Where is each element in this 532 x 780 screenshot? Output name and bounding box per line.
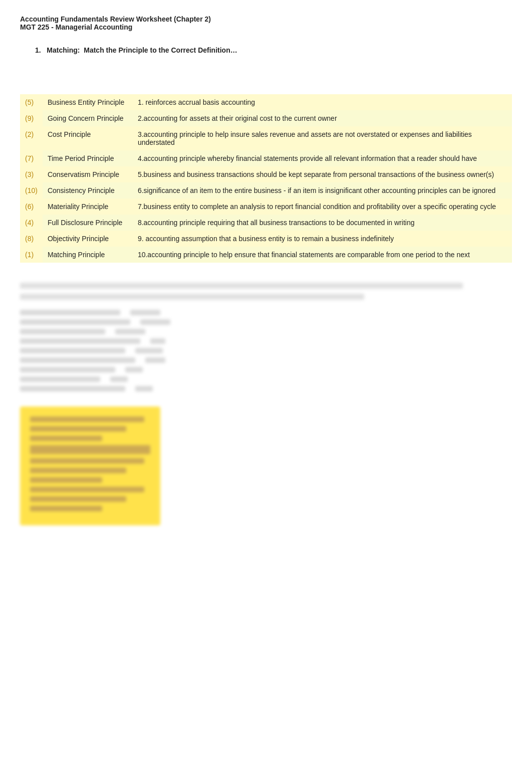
table-row: (10)Consistency Principle6.significance … bbox=[20, 182, 512, 199]
row-number: (1) bbox=[20, 247, 43, 263]
row-number: (7) bbox=[20, 150, 43, 166]
row-number: (5) bbox=[20, 94, 43, 110]
row-definition: 10.accounting principle to help ensure t… bbox=[133, 247, 512, 263]
row-definition: 8.accounting principle requiring that al… bbox=[133, 215, 512, 231]
yellow-blurred-block bbox=[20, 407, 160, 525]
row-number: (9) bbox=[20, 110, 43, 126]
row-principle: Consistency Principle bbox=[43, 182, 133, 199]
row-number: (6) bbox=[20, 199, 43, 215]
row-definition: 9. accounting assumption that a business… bbox=[133, 231, 512, 247]
row-principle: Full Disclosure Principle bbox=[43, 215, 133, 231]
row-principle: Objectivity Principle bbox=[43, 231, 133, 247]
table-row: (9)Going Concern Principle2.accounting f… bbox=[20, 110, 512, 126]
table-row: (6)Materiality Principle7.business entit… bbox=[20, 199, 512, 215]
section-description: Match the Principle to the Correct Defin… bbox=[84, 46, 237, 54]
row-definition: 1. reinforces accrual basis accounting bbox=[133, 94, 512, 110]
title-line2: MGT 225 - Managerial Accounting bbox=[20, 23, 512, 31]
row-principle: Time Period Principle bbox=[43, 150, 133, 166]
row-principle: Cost Principle bbox=[43, 126, 133, 150]
row-definition: 3.accounting principle to help insure sa… bbox=[133, 126, 512, 150]
table-row: (7)Time Period Principle4.accounting pri… bbox=[20, 150, 512, 166]
row-principle: Going Concern Principle bbox=[43, 110, 133, 126]
row-definition: 5.business and business transactions sho… bbox=[133, 166, 512, 182]
row-definition: 7.business entity to complete an analysi… bbox=[133, 199, 512, 215]
row-number: (2) bbox=[20, 126, 43, 150]
title-line1: Accounting Fundamentals Review Worksheet… bbox=[20, 15, 512, 23]
page-header: Accounting Fundamentals Review Worksheet… bbox=[20, 15, 512, 31]
row-principle: Matching Principle bbox=[43, 247, 133, 263]
row-definition: 6.significance of an item to the entire … bbox=[133, 182, 512, 199]
table-row: (4)Full Disclosure Principle8.accounting… bbox=[20, 215, 512, 231]
section-label: Matching: bbox=[47, 46, 80, 54]
table-row: (3)Conservatism Principle5.business and … bbox=[20, 166, 512, 182]
row-number: (4) bbox=[20, 215, 43, 231]
row-number: (8) bbox=[20, 231, 43, 247]
section-number: 1. bbox=[35, 46, 41, 54]
table-row: (1)Matching Principle10.accounting princ… bbox=[20, 247, 512, 263]
row-principle: Business Entity Principle bbox=[43, 94, 133, 110]
blurred-section-2 bbox=[20, 283, 512, 300]
table-row: (5)Business Entity Principle1. reinforce… bbox=[20, 94, 512, 110]
row-number: (10) bbox=[20, 182, 43, 199]
row-principle: Conservatism Principle bbox=[43, 166, 133, 182]
blurred-table bbox=[20, 310, 512, 392]
section-heading: 1. Matching: Match the Principle to the … bbox=[35, 46, 512, 54]
matching-table: (5)Business Entity Principle1. reinforce… bbox=[20, 94, 512, 263]
row-principle: Materiality Principle bbox=[43, 199, 133, 215]
table-row: (8)Objectivity Principle9. accounting as… bbox=[20, 231, 512, 247]
table-row: (2)Cost Principle3.accounting principle … bbox=[20, 126, 512, 150]
row-definition: 2.accounting for assets at their origina… bbox=[133, 110, 512, 126]
row-definition: 4.accounting principle whereby financial… bbox=[133, 150, 512, 166]
row-number: (3) bbox=[20, 166, 43, 182]
